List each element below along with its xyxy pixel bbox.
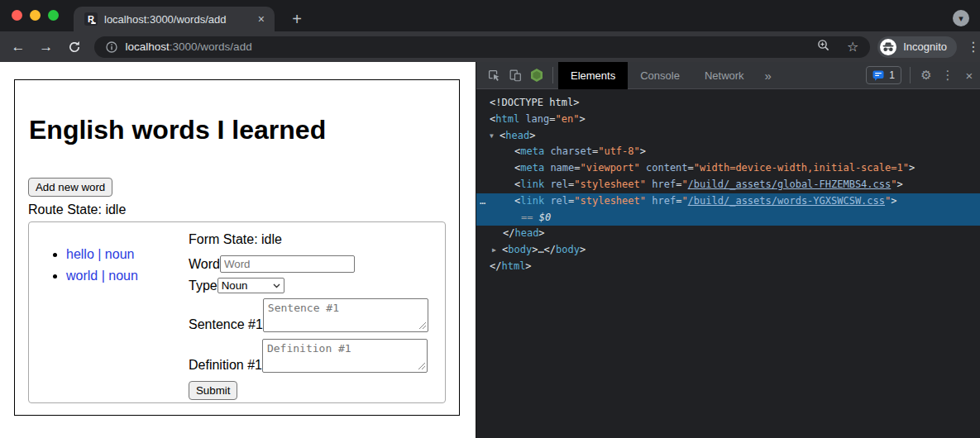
- remix-favicon-icon: R: [84, 12, 98, 26]
- window-chevron-button[interactable]: ▾: [953, 10, 969, 26]
- page-info-icon[interactable]: [106, 41, 117, 53]
- maximize-window-button[interactable]: [48, 10, 59, 21]
- settings-gear-icon[interactable]: ⚙: [915, 64, 937, 86]
- bookmark-star-icon[interactable]: ☆: [847, 40, 858, 54]
- reload-icon: [68, 40, 81, 54]
- dom-tree-line[interactable]: <meta name="viewport" content="width=dev…: [476, 160, 980, 177]
- add-word-form: Form State: idle Word Type Noun: [189, 222, 445, 402]
- type-label: Type: [189, 279, 218, 293]
- tab-title: localhost:3000/words/add: [104, 13, 256, 26]
- url-host: localhost: [126, 40, 170, 53]
- dom-tree-line[interactable]: ▼<head>: [476, 128, 980, 145]
- window-content: English words I learned Add new word Rou…: [0, 62, 980, 438]
- dom-tree-line[interactable]: <link rel="stylesheet" href="/build/_ass…: [476, 177, 980, 193]
- web-page: English words I learned Add new word Rou…: [0, 62, 476, 438]
- incognito-icon: [880, 39, 896, 55]
- url-path: :3000/words/add: [170, 40, 252, 53]
- devtools-toolbar: Elements Console Network » 1 ⚙ ⋮: [476, 62, 980, 89]
- tab-elements[interactable]: Elements: [558, 62, 628, 89]
- reload-button[interactable]: [64, 40, 85, 54]
- page-title: English words I learned: [29, 115, 446, 145]
- minimize-window-button[interactable]: [30, 10, 41, 21]
- browser-menu-icon[interactable]: ⋮: [967, 39, 980, 55]
- zoom-icon[interactable]: [817, 39, 830, 55]
- browser-window: R localhost:3000/words/add × + ▾ ← →: [0, 0, 980, 438]
- devtools-close-icon[interactable]: ×: [958, 64, 980, 86]
- dom-tree-line[interactable]: ▶<body>…</body>: [476, 242, 980, 259]
- sentence-textarea[interactable]: [263, 298, 428, 332]
- tab-console[interactable]: Console: [628, 62, 692, 89]
- close-window-button[interactable]: [12, 10, 22, 21]
- address-bar[interactable]: localhost:3000/words/add ☆: [94, 36, 871, 58]
- incognito-badge: Incognito: [877, 36, 957, 58]
- tab-network[interactable]: Network: [692, 62, 757, 89]
- dom-tree-line[interactable]: </html>: [476, 259, 980, 275]
- dom-tree-line[interactable]: </head>: [476, 226, 980, 242]
- browser-tab[interactable]: R localhost:3000/words/add ×: [74, 7, 275, 31]
- dom-tree-line[interactable]: <!DOCTYPE html>: [476, 95, 980, 112]
- add-new-word-button[interactable]: Add new word: [28, 178, 112, 197]
- tab-strip: R localhost:3000/words/add × + ▾: [0, 0, 980, 31]
- expand-arrow-closed-icon[interactable]: ▶: [492, 242, 502, 259]
- form-state-text: Form State: idle: [189, 232, 445, 247]
- line-gutter-dots[interactable]: …: [480, 193, 486, 210]
- word-link-world[interactable]: world | noun: [66, 269, 138, 283]
- list-item: world | noun: [66, 265, 189, 287]
- list-item: hello | noun: [66, 244, 189, 265]
- tab-close-icon[interactable]: ×: [256, 12, 266, 26]
- inspect-element-icon[interactable]: [483, 64, 504, 86]
- word-label: Word: [189, 257, 220, 272]
- toolbar-divider: [910, 67, 911, 83]
- dom-tree-line[interactable]: <html lang="en">: [476, 112, 980, 128]
- forward-button[interactable]: →: [36, 39, 57, 55]
- incognito-label: Incognito: [903, 40, 947, 53]
- route-state-text: Route State: idle: [28, 202, 446, 217]
- back-button[interactable]: ←: [7, 39, 29, 55]
- devtools-panel: Elements Console Network » 1 ⚙ ⋮: [476, 62, 980, 438]
- word-list: hello | noun world | noun: [29, 244, 189, 402]
- device-toolbar-icon[interactable]: [504, 64, 526, 86]
- issues-bubble-icon: [872, 70, 884, 81]
- word-input[interactable]: [220, 255, 355, 273]
- chevron-down-icon: ▾: [958, 14, 963, 23]
- issues-count: 1: [889, 69, 895, 81]
- definition-label: Definition #1: [189, 358, 262, 373]
- issues-badge[interactable]: 1: [866, 66, 901, 84]
- devtools-menu-icon[interactable]: ⋮: [937, 64, 958, 86]
- word-link-hello[interactable]: hello | noun: [66, 247, 134, 261]
- submit-button[interactable]: Submit: [189, 381, 237, 400]
- dom-tree-line[interactable]: …<link rel="stylesheet" href="/build/_as…: [476, 193, 980, 210]
- toolbar-divider: [552, 67, 553, 83]
- url-text: localhost:3000/words/add: [126, 40, 817, 53]
- browser-toolbar: ← → localhost:3000/words/add: [0, 31, 980, 62]
- dom-tree-line[interactable]: == $0: [476, 210, 980, 226]
- dom-tree-line[interactable]: <meta charset="utf-8">: [476, 144, 980, 160]
- definition-textarea[interactable]: [262, 339, 428, 373]
- type-select[interactable]: Noun: [218, 278, 284, 293]
- sentence-label: Sentence #1: [189, 317, 263, 332]
- expand-arrow-open-icon[interactable]: ▼: [490, 128, 500, 145]
- node-hexagon-icon[interactable]: [526, 64, 547, 86]
- more-tabs-icon[interactable]: »: [757, 69, 780, 83]
- dom-tree: <!DOCTYPE html><html lang="en">▼<head><m…: [476, 89, 980, 438]
- app-container: English words I learned Add new word Rou…: [14, 79, 460, 416]
- new-tab-button[interactable]: +: [286, 8, 308, 30]
- words-panel: hello | noun world | noun Form State: id…: [28, 221, 446, 403]
